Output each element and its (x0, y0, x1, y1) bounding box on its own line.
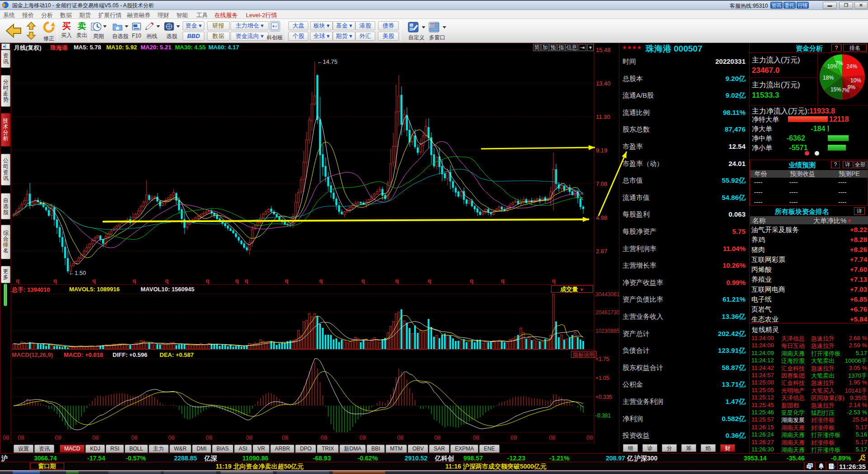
sector-detail-button[interactable]: 详 (854, 207, 865, 215)
menu-item-报价[interactable]: 报价 (22, 11, 34, 19)
monitor-icon[interactable] (807, 463, 813, 469)
menu-item-在线服务[interactable]: 在线服务 (214, 11, 238, 19)
taskbar-window-button[interactable] (221, 471, 273, 474)
chart-next-icon[interactable]: ⇥ (579, 44, 586, 51)
menu-item-理财[interactable]: 理财 (157, 11, 169, 19)
titlebar-button-行情[interactable]: 行情 (797, 2, 809, 9)
chart-button-预[interactable]: 预 (549, 44, 557, 51)
menu-item-分析[interactable]: 分析 (41, 11, 53, 19)
up-button[interactable] (26, 21, 37, 30)
taskbar-window-button[interactable] (277, 471, 329, 474)
sidebar-item-分时走势[interactable]: 分时走势 (1, 75, 10, 107)
titlebar-button-资讯[interactable]: 资讯 (770, 2, 783, 9)
stock-mini-tab-焰[interactable]: 焰 (701, 444, 716, 452)
indicator-tab-RSI[interactable]: RSI (106, 445, 124, 453)
menu-item-数据[interactable]: 数据 (60, 11, 72, 19)
toolbar-button-基金[interactable]: 基金 ▾ (333, 21, 355, 30)
menu-item-系统[interactable]: 系统 (3, 11, 15, 19)
pager-dot[interactable] (815, 151, 819, 156)
indicator-tab-TRIX[interactable]: TRIX (317, 445, 338, 453)
toolbar-button-选股[interactable]: 选股 (163, 20, 181, 42)
sidebar-scrollbar-thumb[interactable] (4, 284, 7, 306)
indicator-help-button[interactable]: 指标说明 (571, 351, 596, 358)
close-button[interactable]: ✕ (854, 2, 868, 9)
menu-item-期货[interactable]: 期货 (79, 11, 91, 19)
indicator-tab-BIAS[interactable]: BIAS (212, 445, 233, 453)
toolbar-button-全球[interactable]: 全球 ▾ (310, 32, 333, 41)
taskbar-window-button[interactable] (333, 471, 385, 474)
sidebar-item-公司资讯[interactable]: 公司资讯 (1, 154, 10, 185)
indicator-tab-OBV[interactable]: OBV (408, 445, 428, 453)
menu-item-融资融券[interactable]: 融资融券 (127, 11, 151, 19)
indicator-tab-BBI[interactable]: BBI (367, 445, 384, 453)
fund-rank-button[interactable]: 排名 (843, 44, 867, 52)
menu-item-智能[interactable]: 智能 (176, 11, 188, 19)
toolbar-button-研报[interactable]: 研报 (207, 21, 230, 30)
sidebar-item-更多[interactable]: 更多 (1, 266, 10, 283)
toolbar-button-周期[interactable]: 周期 (90, 20, 108, 42)
windows-taskbar[interactable] (0, 470, 868, 474)
indicator-tab-KDJ[interactable]: KDJ (85, 445, 105, 453)
indicator-tab-BOLL[interactable]: BOLL (125, 445, 148, 453)
chart-button-简[interactable]: 简 (533, 44, 541, 51)
forecast-button-全部[interactable]: 全部 (854, 161, 867, 168)
toolbar-button-债券[interactable]: 债券 (378, 21, 399, 30)
down-button[interactable] (26, 31, 37, 40)
toolbar-button-资金流向[interactable]: 资金流向 ▾ (231, 32, 269, 41)
sidebar-item-综合排名[interactable]: 综合排名 (1, 225, 10, 259)
indicator-tab-ARBR[interactable]: ARBR (270, 445, 294, 453)
sidebar-item-技术分析[interactable]: 技术分析 (1, 113, 10, 147)
menu-item-工具[interactable]: 工具 (196, 11, 208, 19)
restore-button[interactable]: ❐ (839, 2, 853, 9)
indicator-tab-ENE[interactable]: ENE (479, 445, 500, 453)
sidebar-item-自选股[interactable]: 自选股 (1, 193, 10, 219)
chart-button-指[interactable]: 指 (557, 44, 565, 51)
taskbar-app-icon[interactable] (13, 471, 40, 474)
taskbar-app-icon[interactable] (66, 471, 79, 474)
forecast-button-详[interactable]: 详 (843, 161, 853, 168)
indicator-tab-DPO[interactable]: DPO (295, 445, 316, 453)
stock-mini-tab-分[interactable]: 分 (662, 444, 677, 452)
indicator-tab-主力[interactable]: 主力 (149, 445, 169, 453)
toolbar-button-画线[interactable]: 画线 (143, 20, 161, 42)
toolbar-button-科创板[interactable]: 科创板 (264, 20, 286, 42)
toolbar-button-外汇[interactable]: 外汇 (355, 32, 375, 41)
indicator-tab-设置[interactable]: 设置 (14, 445, 33, 453)
sidebar-item-资讯[interactable]: 资讯 (1, 50, 10, 68)
bell-icon[interactable] (818, 463, 824, 469)
taskbar-window-button[interactable] (164, 471, 216, 474)
revise-button[interactable]: 修正 (40, 20, 58, 42)
toolbar-button-港股[interactable]: 港股 (355, 21, 375, 30)
volume-indicator-dropdown[interactable]: 成交量 ▼ (551, 285, 593, 293)
titlebar-button-委托[interactable]: 委托 (783, 2, 796, 9)
indicator-tab-SAR[interactable]: SAR (429, 445, 449, 453)
toolbar-button-BBD[interactable]: BBD (183, 32, 204, 41)
forecast-button-?[interactable]: ? (831, 161, 840, 168)
stock-mini-tab-筹[interactable]: 筹 (681, 444, 696, 452)
stock-mini-tab-财[interactable]: 财 (720, 444, 735, 452)
indicator-tab-新DMA[interactable]: 新DMA (340, 445, 366, 453)
indicator-tab-DMI[interactable]: DMI (192, 445, 211, 453)
toolbar-button-资金[interactable]: 资金 ▾ (183, 21, 204, 30)
indicator-tab-资讯[interactable]: 资讯 (34, 445, 54, 453)
chart-dropdown-icon[interactable]: ▾ (587, 44, 594, 51)
chart-button-加[interactable]: 加 (541, 44, 549, 51)
toolbar-button-主力增仓[interactable]: 主力增仓 ▾ (231, 21, 269, 30)
menu-item-扩展行情[interactable]: 扩展行情 (98, 11, 122, 19)
toolbar-button-个股[interactable]: 个股 (288, 32, 308, 41)
sidebar-collapse-icon[interactable]: ▸▏ (1, 43, 10, 49)
buy-button[interactable]: 买买入 (60, 21, 73, 42)
toolbar-button-期货[interactable]: 期货 ▾ (333, 32, 355, 41)
indicator-tab-ASI[interactable]: ASI (234, 445, 252, 453)
toolbar-button-多窗口[interactable]: 多窗口 (424, 20, 450, 42)
menu-item-Level-2行情[interactable]: Level-2行情 (246, 11, 277, 19)
indicator-tab-MACD[interactable]: MACD (60, 445, 85, 453)
chart-button-信息[interactable]: 信息 (566, 44, 578, 51)
settings-wrench-icon[interactable] (858, 455, 865, 462)
pager-dot[interactable] (805, 151, 809, 156)
fund-help-button[interactable]: ? (831, 44, 841, 52)
indicator-tab-W&R[interactable]: W&R (170, 445, 191, 453)
indicator-tab-EXPMA[interactable]: EXPMA (450, 445, 478, 453)
minimize-button[interactable]: ▬ (823, 2, 837, 9)
toolbar-button-F10[interactable]: F10 (131, 20, 142, 42)
